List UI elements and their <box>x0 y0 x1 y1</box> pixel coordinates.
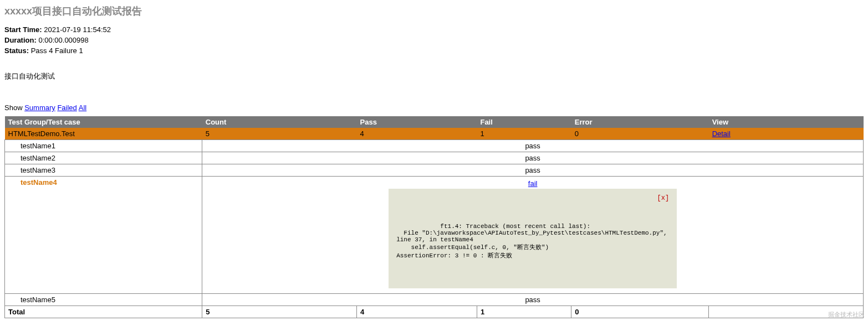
meta-status-label: Status: <box>4 46 29 55</box>
th-count: Count <box>202 116 357 128</box>
group-count: 5 <box>202 128 357 140</box>
watermark: 掘金技术社区 <box>828 310 865 319</box>
meta-status-value: Pass 4 Failure 1 <box>31 46 83 55</box>
th-pass: Pass <box>357 116 477 128</box>
results-table: Test Group/Test case Count Pass Fail Err… <box>4 116 864 318</box>
traceback-box: [x] ft1.4: Traceback (most recent call l… <box>389 189 677 288</box>
case-name: testName5 <box>5 294 202 306</box>
meta-start-time: Start Time: 2021-07-19 11:54:52 <box>4 25 864 34</box>
th-view: View <box>709 116 864 128</box>
table-row: testName1 pass <box>5 140 864 152</box>
total-pass: 4 <box>357 306 477 318</box>
th-error: Error <box>571 116 709 128</box>
case-result: pass <box>202 152 864 164</box>
meta-start-value: 2021-07-19 11:54:52 <box>44 25 111 34</box>
case-result: pass <box>202 294 864 306</box>
th-fail: Fail <box>477 116 571 128</box>
traceback-text: ft1.4: Traceback (most recent call last)… <box>396 223 671 259</box>
filter-all-link[interactable]: All <box>79 103 86 112</box>
close-icon[interactable]: [x] <box>657 194 670 202</box>
report-description: 接口自动化测试 <box>4 71 864 81</box>
case-name: testName2 <box>5 152 202 164</box>
case-name: testName1 <box>5 140 202 152</box>
total-row: Total 5 4 1 0 <box>5 306 864 318</box>
filter-failed-link[interactable]: Failed <box>57 103 76 112</box>
filter-summary-link[interactable]: Summary <box>24 103 55 112</box>
fail-toggle-link[interactable]: fail <box>206 179 860 188</box>
total-fail: 1 <box>477 306 571 318</box>
case-name-fail: testName4 <box>5 177 202 294</box>
th-test: Test Group/Test case <box>5 116 202 128</box>
group-name: HTMLTestDemo.Test <box>5 128 202 140</box>
group-fail: 1 <box>477 128 571 140</box>
case-result: pass <box>202 140 864 152</box>
filter-show-label: Show <box>4 103 23 112</box>
meta-status: Status: Pass 4 Failure 1 <box>4 46 864 55</box>
total-count: 5 <box>202 306 357 318</box>
table-header-row: Test Group/Test case Count Pass Fail Err… <box>5 116 864 128</box>
meta-duration: Duration: 0:00:00.000998 <box>4 36 864 44</box>
total-error: 0 <box>571 306 709 318</box>
case-name: testName3 <box>5 164 202 177</box>
group-pass: 4 <box>357 128 477 140</box>
filter-row: Show Summary Failed All <box>4 103 864 112</box>
group-detail-link[interactable]: Detail <box>712 130 731 138</box>
meta-duration-value: 0:00:00.000998 <box>38 36 88 44</box>
table-row-fail: testName4 fail [x] ft1.4: Traceback (mos… <box>5 177 864 294</box>
group-error: 0 <box>571 128 709 140</box>
total-label: Total <box>5 306 202 318</box>
page-title: xxxxx项目接口自动化测试报告 <box>4 4 864 18</box>
meta-duration-label: Duration: <box>4 36 37 44</box>
table-row: testName2 pass <box>5 152 864 164</box>
group-row: HTMLTestDemo.Test 5 4 1 0 Detail <box>5 128 864 140</box>
table-row: testName5 pass <box>5 294 864 306</box>
case-result: pass <box>202 164 864 177</box>
meta-start-label: Start Time: <box>4 25 42 34</box>
table-row: testName3 pass <box>5 164 864 177</box>
